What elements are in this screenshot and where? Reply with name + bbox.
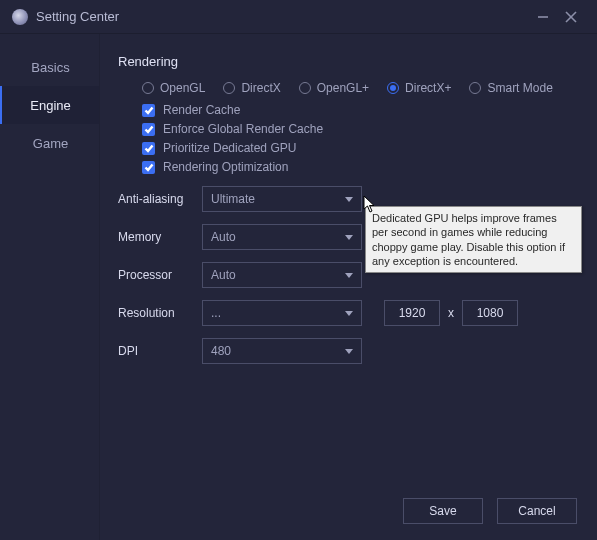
chevron-down-icon [345, 235, 353, 240]
save-button[interactable]: Save [403, 498, 483, 524]
sidebar-item-label: Engine [30, 98, 70, 113]
radio-label: DirectX+ [405, 81, 451, 95]
button-label: Cancel [518, 504, 555, 518]
sidebar: Basics Engine Game [0, 34, 100, 540]
checkbox-label: Render Cache [163, 103, 240, 117]
content-panel: Rendering OpenGL DirectX OpenGL+ DirectX… [100, 34, 597, 540]
close-button[interactable] [557, 3, 585, 31]
checkbox-icon [142, 123, 155, 136]
section-title: Rendering [118, 54, 597, 69]
radio-label: DirectX [241, 81, 280, 95]
cancel-button[interactable]: Cancel [497, 498, 577, 524]
select-value: Auto [211, 268, 236, 282]
checkbox-enforce-global-render-cache[interactable]: Enforce Global Render Cache [142, 122, 597, 136]
app-logo-icon [12, 9, 28, 25]
resolution-separator: X [448, 306, 454, 320]
chevron-down-icon [345, 197, 353, 202]
radio-dot-icon [387, 82, 399, 94]
resolution-width-input[interactable]: 1920 [384, 300, 440, 326]
checkbox-icon [142, 142, 155, 155]
checkbox-rendering-optimization[interactable]: Rendering Optimization [142, 160, 597, 174]
radio-opengl-plus[interactable]: OpenGL+ [299, 81, 369, 95]
resolution-label: Resolution [118, 306, 202, 320]
sidebar-item-basics[interactable]: Basics [0, 48, 99, 86]
render-flags-group: Render Cache Enforce Global Render Cache… [118, 103, 597, 174]
processor-label: Processor [118, 268, 202, 282]
checkbox-icon [142, 161, 155, 174]
radio-directx[interactable]: DirectX [223, 81, 280, 95]
select-value: Auto [211, 230, 236, 244]
select-value: Ultimate [211, 192, 255, 206]
chevron-down-icon [345, 349, 353, 354]
radio-dot-icon [299, 82, 311, 94]
gpu-tooltip: Dedicated GPU helps improve frames per s… [365, 206, 582, 273]
radio-label: Smart Mode [487, 81, 552, 95]
titlebar: Setting Center [0, 0, 597, 34]
radio-opengl[interactable]: OpenGL [142, 81, 205, 95]
footer-actions: Save Cancel [403, 498, 577, 524]
radio-dot-icon [469, 82, 481, 94]
checkbox-prioritize-dedicated-gpu[interactable]: Prioritize Dedicated GPU [142, 141, 597, 155]
select-value: 480 [211, 344, 231, 358]
render-mode-group: OpenGL DirectX OpenGL+ DirectX+ Smart Mo… [118, 81, 597, 95]
processor-select[interactable]: Auto [202, 262, 362, 288]
checkbox-label: Rendering Optimization [163, 160, 288, 174]
memory-label: Memory [118, 230, 202, 244]
dpi-label: DPI [118, 344, 202, 358]
resolution-width-value: 1920 [399, 306, 426, 320]
resolution-height-value: 1080 [477, 306, 504, 320]
checkbox-render-cache[interactable]: Render Cache [142, 103, 597, 117]
chevron-down-icon [345, 311, 353, 316]
chevron-down-icon [345, 273, 353, 278]
resolution-select[interactable]: ... [202, 300, 362, 326]
checkbox-label: Enforce Global Render Cache [163, 122, 323, 136]
sidebar-item-game[interactable]: Game [0, 124, 99, 162]
radio-dot-icon [142, 82, 154, 94]
radio-directx-plus[interactable]: DirectX+ [387, 81, 451, 95]
select-value: ... [211, 306, 221, 320]
radio-smart-mode[interactable]: Smart Mode [469, 81, 552, 95]
minimize-button[interactable] [529, 3, 557, 31]
radio-label: OpenGL [160, 81, 205, 95]
antialiasing-label: Anti-aliasing [118, 192, 202, 206]
sidebar-item-label: Game [33, 136, 68, 151]
radio-dot-icon [223, 82, 235, 94]
resolution-height-input[interactable]: 1080 [462, 300, 518, 326]
dpi-select[interactable]: 480 [202, 338, 362, 364]
sidebar-item-engine[interactable]: Engine [0, 86, 99, 124]
radio-label: OpenGL+ [317, 81, 369, 95]
sidebar-item-label: Basics [31, 60, 69, 75]
checkbox-icon [142, 104, 155, 117]
window-title: Setting Center [36, 9, 119, 24]
checkbox-label: Prioritize Dedicated GPU [163, 141, 296, 155]
button-label: Save [429, 504, 456, 518]
memory-select[interactable]: Auto [202, 224, 362, 250]
antialiasing-select[interactable]: Ultimate [202, 186, 362, 212]
